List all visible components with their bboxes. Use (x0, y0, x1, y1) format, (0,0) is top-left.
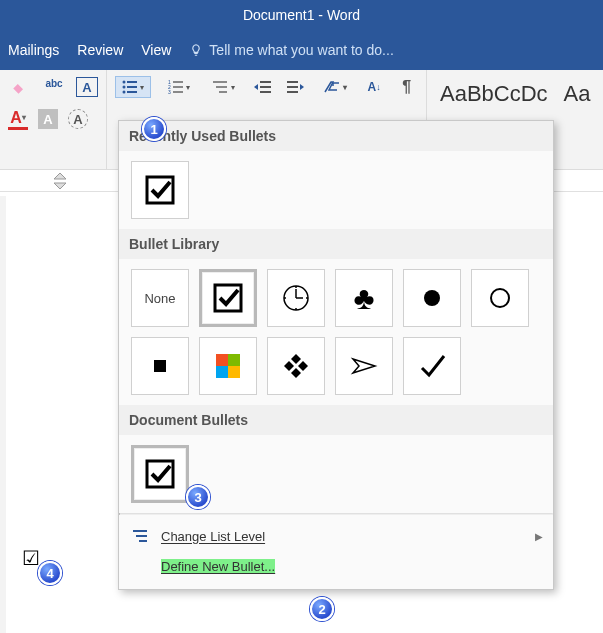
svg-rect-13 (216, 86, 227, 88)
svg-rect-18 (287, 81, 298, 83)
font-color-icon[interactable]: A▾ (8, 108, 28, 130)
recent-bullet-checkbox[interactable] (131, 161, 189, 219)
bullet-none[interactable]: None (131, 269, 189, 327)
bullet-arrowhead[interactable] (335, 337, 393, 395)
svg-rect-39 (136, 535, 147, 537)
bullet-four-color[interactable] (199, 337, 257, 395)
document-checkbox-bullet: ☑ (22, 546, 40, 570)
define-new-bullet-menuitem[interactable]: Define New Bullet... (119, 551, 553, 581)
svg-point-28 (295, 308, 297, 310)
svg-point-30 (424, 290, 440, 306)
svg-rect-19 (287, 86, 298, 88)
svg-point-2 (122, 86, 125, 89)
ribbon-tabs: Mailings Review View Tell me what you wa… (0, 30, 603, 70)
svg-rect-11 (173, 91, 183, 93)
document-bullets-header: Document Bullets (119, 405, 553, 435)
change-list-level-menuitem[interactable]: Change List Level ▶ (119, 521, 553, 551)
show-hide-icon[interactable]: ¶ (395, 76, 418, 98)
annotation-badge-4: 4 (38, 561, 62, 585)
bullet-checkmark[interactable] (403, 337, 461, 395)
svg-rect-35 (216, 366, 228, 378)
font-box-icon[interactable]: A (76, 77, 98, 97)
tab-review[interactable]: Review (77, 42, 123, 58)
style-next-sample[interactable]: Aa (563, 80, 592, 169)
svg-rect-40 (139, 540, 147, 542)
text-highlight-icon[interactable]: A (38, 109, 58, 129)
decrease-indent-icon[interactable] (252, 76, 275, 98)
svg-point-29 (284, 297, 286, 299)
svg-point-26 (295, 286, 297, 288)
annotation-badge-2: 2 (310, 597, 334, 621)
svg-rect-20 (287, 91, 298, 93)
clear-formatting-icon[interactable] (8, 76, 32, 98)
change-list-level-icon (131, 530, 151, 542)
svg-text:3: 3 (168, 89, 171, 94)
svg-rect-36 (228, 366, 240, 378)
svg-rect-32 (154, 360, 166, 372)
multilevel-list-button[interactable]: ▾ (207, 76, 243, 98)
svg-rect-34 (228, 354, 240, 366)
svg-rect-16 (260, 86, 271, 88)
tell-me-search[interactable]: Tell me what you want to do... (189, 42, 393, 58)
bullet-four-diamond[interactable] (267, 337, 325, 395)
svg-point-31 (491, 289, 509, 307)
bullet-filled-square[interactable] (131, 337, 189, 395)
svg-rect-22 (215, 285, 241, 311)
svg-rect-38 (133, 530, 147, 532)
window-titlebar: Document1 - Word (0, 0, 603, 30)
tell-me-placeholder: Tell me what you want to do... (209, 42, 393, 58)
svg-rect-3 (127, 86, 137, 88)
document-bullet-checkbox[interactable] (131, 445, 189, 503)
recently-used-header: Recently Used Bullets (119, 121, 553, 151)
bullet-filled-circle[interactable] (403, 269, 461, 327)
tab-view[interactable]: View (141, 42, 171, 58)
bullet-library-header: Bullet Library (119, 229, 553, 259)
svg-point-0 (122, 81, 125, 84)
increase-indent-icon[interactable] (285, 76, 308, 98)
document-title: Document1 - Word (243, 7, 360, 23)
svg-point-27 (306, 297, 308, 299)
bullet-checkbox[interactable] (199, 269, 257, 327)
bullets-dropdown: Recently Used Bullets Bullet Library Non… (118, 120, 554, 590)
numbering-button[interactable]: 123 ▾ (161, 76, 197, 98)
bullets-button[interactable]: ▾ (115, 76, 151, 98)
character-border-icon[interactable]: abc (42, 76, 66, 98)
define-new-bullet-label: Define New Bullet... (161, 559, 275, 574)
svg-rect-9 (173, 86, 183, 88)
svg-rect-14 (219, 91, 227, 93)
svg-rect-1 (127, 81, 137, 83)
change-list-level-label: Change List Level (161, 529, 265, 544)
bullet-open-circle[interactable] (471, 269, 529, 327)
svg-rect-7 (173, 81, 183, 83)
sort-icon[interactable]: A↓ (363, 76, 386, 98)
annotation-badge-1: 1 (142, 117, 166, 141)
lightbulb-icon (189, 43, 203, 57)
svg-rect-12 (213, 81, 227, 83)
svg-rect-15 (260, 81, 271, 83)
svg-rect-37 (147, 461, 173, 487)
tab-mailings[interactable]: Mailings (8, 42, 59, 58)
svg-rect-17 (260, 91, 271, 93)
svg-rect-5 (127, 91, 137, 93)
svg-rect-21 (147, 177, 173, 203)
annotation-badge-3: 3 (186, 485, 210, 509)
enclose-characters-icon[interactable]: A (68, 109, 88, 129)
asian-layout-icon[interactable]: ▾ (317, 76, 353, 98)
indent-marker-icon[interactable] (54, 173, 66, 189)
svg-rect-33 (216, 354, 228, 366)
submenu-caret-icon: ▶ (535, 531, 543, 542)
bullet-clock[interactable] (267, 269, 325, 327)
svg-point-4 (122, 91, 125, 94)
bullet-club[interactable]: ♣ (335, 269, 393, 327)
